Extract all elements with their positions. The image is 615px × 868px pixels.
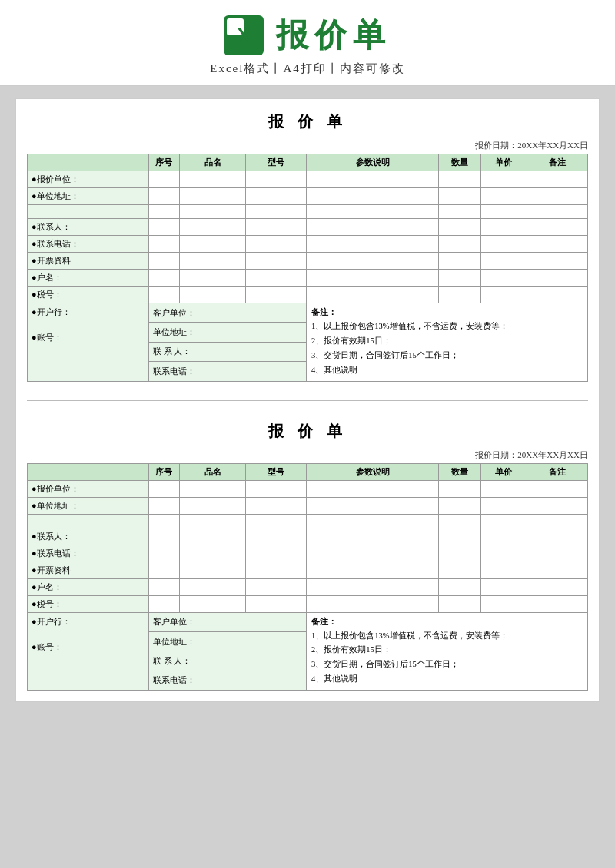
table-row	[28, 205, 588, 219]
label-taxno-1: ●税号：	[28, 287, 149, 303]
label-address-2: ●单位地址：	[28, 497, 149, 514]
table-row-bottom: ●开户行： ●账号： 客户单位： 备注： 1、以上报价包含13%增值税，不含运费…	[28, 303, 588, 323]
col-name-1: 品名	[180, 154, 246, 171]
customer-addr-label-1: 单位地址：	[148, 323, 306, 342]
label-contact-1: ●联系人：	[28, 219, 149, 236]
col-seq-1: 序号	[148, 154, 179, 171]
col-param-2: 参数说明	[307, 463, 439, 480]
label-taxno-2: ●税号：	[28, 595, 149, 612]
table-header-row-1: 序号 品名 型号 参数说明 数量 单价 备注	[28, 154, 588, 171]
table-row: ●联系人：	[28, 528, 588, 545]
col-remark-1: 备注	[527, 154, 588, 171]
table-row: ●报价单位：	[28, 171, 588, 188]
col-qty-1: 数量	[439, 154, 481, 171]
note-2-1: 1、以上报价包含13%增值税，不含运费，安装费等；	[311, 629, 583, 644]
notes-area-1: 备注： 1、以上报价包含13%增值税，不含运费，安装费等； 2、报价有效期15日…	[307, 303, 588, 382]
col-price-2: 单价	[480, 463, 527, 480]
note-2-4: 4、其他说明	[311, 672, 583, 687]
col-label-2	[28, 463, 149, 480]
col-price-1: 单价	[480, 154, 527, 171]
divider	[27, 400, 588, 401]
table-row: ●单位地址：	[28, 497, 588, 514]
note-1-1: 1、以上报价包含13%增值税，不含运费，安装费等；	[311, 320, 583, 334]
table-row: ●报价单位：	[28, 480, 588, 497]
label-phone-2: ●联系电话：	[28, 545, 149, 562]
col-remark-2: 备注	[527, 463, 588, 480]
label-acct-1: ●账号：	[32, 332, 145, 343]
col-qty-2: 数量	[439, 463, 481, 480]
quotation-title-2: 报 价 单	[27, 416, 588, 446]
label-company-2: ●报价单位：	[28, 480, 149, 497]
excel-logo-letter: X	[237, 23, 251, 48]
main-title: 报价单	[276, 14, 391, 57]
table-row	[28, 514, 588, 528]
col-model-2: 型号	[246, 463, 307, 480]
contact-label-1: 联 系 人：	[148, 342, 306, 361]
label-contact-2: ●联系人：	[28, 528, 149, 545]
label-invoice-2: ●开票资料	[28, 562, 149, 578]
table-row: ●户名：	[28, 270, 588, 287]
note-1-3: 3、交货日期，合同签订后15个工作日；	[311, 349, 583, 363]
label-phone-1: ●联系电话：	[28, 236, 149, 253]
table-row: ●开票资料	[28, 253, 588, 270]
quotation-title-1: 报 价 单	[27, 107, 588, 137]
quotation-2: 报 价 单 报价日期：20XX年XX月XX日 序号 品名 型号 参数说明	[16, 409, 599, 702]
note-2-2: 2、报价有效期15日；	[311, 643, 583, 658]
table-row-bottom-2: ●开户行： ●账号： 客户单位： 备注： 1、以上报价包含13%增值税，不含运费…	[28, 612, 588, 631]
quotation-date-1: 报价日期：20XX年XX月XX日	[27, 140, 588, 151]
excel-logo: X	[224, 15, 264, 55]
label-company-1: ●报价单位：	[28, 171, 149, 188]
customer-addr-label-2: 单位地址：	[148, 631, 306, 651]
table-header-row-2: 序号 品名 型号 参数说明 数量 单价 备注	[28, 463, 588, 480]
label-bank-2: ●开户行：	[32, 616, 145, 628]
label-invoice-1: ●开票资料	[28, 253, 149, 270]
notes-title-2: 备注：	[311, 616, 583, 628]
col-name-2: 品名	[180, 463, 246, 480]
notes-title-1: 备注：	[311, 306, 583, 318]
table-row: ●开票资料	[28, 562, 588, 578]
phone-label-2: 联系电话：	[148, 671, 306, 690]
header: X 报价单 Excel格式丨A4打印丨内容可修改	[0, 0, 615, 86]
label-acctname-1: ●户名：	[28, 270, 149, 287]
label-bank-1: ●开户行：	[32, 306, 145, 318]
col-model-1: 型号	[246, 154, 307, 171]
table-row: ●税号：	[28, 287, 588, 303]
table-row: ●联系人：	[28, 219, 588, 236]
col-seq-2: 序号	[148, 463, 179, 480]
table-row: ●户名：	[28, 578, 588, 595]
label-bank-area-2: ●开户行： ●账号：	[28, 612, 149, 691]
col-param-1: 参数说明	[307, 154, 439, 171]
sub-title: Excel格式丨A4打印丨内容可修改	[210, 61, 404, 76]
customer-unit-label-2: 客户单位：	[148, 612, 306, 631]
contact-label-2: 联 系 人：	[148, 651, 306, 671]
notes-area-2: 备注： 1、以上报价包含13%增值税，不含运费，安装费等； 2、报价有效期15日…	[307, 612, 588, 691]
label-address-1: ●单位地址：	[28, 188, 149, 205]
note-1-4: 4、其他说明	[311, 363, 583, 378]
customer-unit-label-1: 客户单位：	[148, 303, 306, 323]
table-row: ●联系电话：	[28, 545, 588, 562]
label-bank-area-1: ●开户行： ●账号：	[28, 303, 149, 382]
documents-area: 报 价 单 报价日期：20XX年XX月XX日 序号 品名 型号	[15, 98, 600, 702]
table-row: ●联系电话：	[28, 236, 588, 253]
quotation-date-2: 报价日期：20XX年XX月XX日	[27, 449, 588, 461]
phone-label-1: 联系电话：	[148, 362, 306, 381]
label-acct-2: ●账号：	[32, 641, 145, 653]
note-2-3: 3、交货日期，合同签订后15个工作日；	[311, 658, 583, 672]
col-label-1	[28, 154, 149, 171]
label-acctname-2: ●户名：	[28, 578, 149, 595]
table-row: ●税号：	[28, 595, 588, 612]
quotation-table-1: 序号 品名 型号 参数说明 数量 单价 备注 ●报价单位：	[27, 154, 588, 382]
table-row: ●单位地址：	[28, 188, 588, 205]
quotation-1: 报 价 单 报价日期：20XX年XX月XX日 序号 品名 型号	[16, 99, 599, 393]
note-1-2: 2、报价有效期15日；	[311, 334, 583, 349]
quotation-table-2: 序号 品名 型号 参数说明 数量 单价 备注 ●报价单位：	[27, 463, 588, 691]
